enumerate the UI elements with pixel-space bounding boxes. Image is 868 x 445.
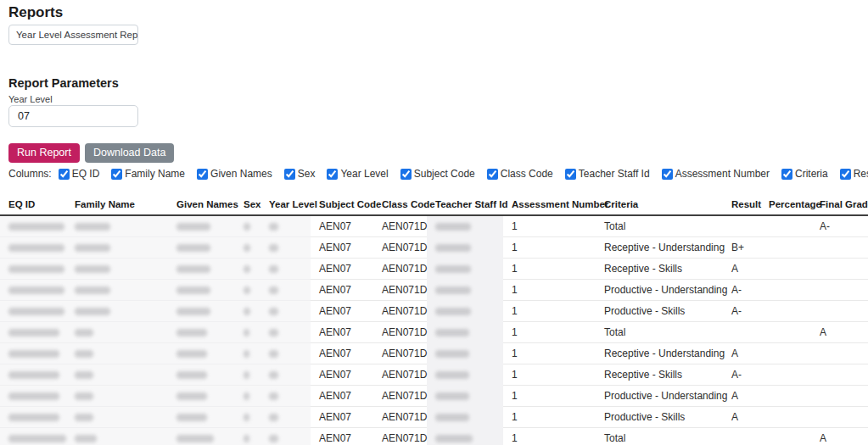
column-checkbox-sex[interactable] [284,169,295,180]
report-parameters-heading: Report Parameters [8,76,119,90]
column-checkbox-teacher-staff-id[interactable] [565,169,576,180]
column-option-eq-id[interactable]: EQ ID [59,168,100,180]
cell-criteria: Productive - Skills [596,406,723,427]
cell-assessment-number: 1 [503,236,596,258]
column-option-subject-code[interactable]: Subject Code [400,168,475,180]
cell-percentage [760,321,811,342]
cell-sex [235,321,260,342]
cell-subject-code: AEN07 [311,215,373,236]
cell-final-grade [811,236,868,258]
column-option-year-level[interactable]: Year Level [327,168,388,180]
redacted-value [244,329,249,337]
cell-class-code: AEN071D [373,406,427,427]
redacted-value [75,371,93,379]
cell-teacher-staff-id [427,300,503,321]
column-option-teacher-staff-id[interactable]: Teacher Staff Id [565,168,650,180]
cell-eq-id [0,427,66,445]
column-checkbox-family-name[interactable] [111,169,122,180]
redacted-value [244,308,250,315]
column-header-subject-code: Subject Code [311,193,373,215]
cell-given-names [168,427,235,445]
run-report-button[interactable]: Run Report [8,143,80,163]
cell-eq-id [0,342,66,364]
column-checkbox-assessment-number[interactable] [662,169,673,180]
redacted-value [435,392,469,400]
cell-percentage [760,215,811,236]
redacted-value [8,392,59,400]
redacted-value [176,435,214,442]
column-option-result[interactable]: Result [840,168,868,180]
cell-given-names [168,258,235,279]
column-option-label: Subject Code [414,168,475,180]
cell-eq-id [0,321,66,342]
cell-teacher-staff-id [427,427,503,445]
cell-sex [235,406,260,427]
column-header-sex: Sex [235,193,260,215]
year-level-input[interactable] [8,105,138,127]
column-option-sex[interactable]: Sex [284,168,316,180]
redacted-value [435,265,471,273]
column-option-label: Teacher Staff Id [579,168,650,180]
cell-eq-id [0,236,66,258]
cell-percentage [760,279,811,300]
column-checkbox-year-level[interactable] [327,169,338,180]
column-checkbox-result[interactable] [840,169,851,180]
cell-subject-code: AEN07 [311,342,373,364]
column-checkbox-eq-id[interactable] [59,169,70,180]
cell-percentage [760,385,811,406]
column-option-criteria[interactable]: Criteria [781,168,828,180]
cell-result [723,215,760,236]
column-option-assessment-number[interactable]: Assessment Number [662,168,770,180]
cell-final-grade: A [811,427,868,445]
cell-final-grade [811,385,868,406]
column-header-class-code: Class Code [373,193,427,215]
column-header-criteria: Criteria [596,193,723,215]
cell-subject-code: AEN07 [311,279,373,300]
cell-result: A [723,258,760,279]
column-checkbox-given-names[interactable] [197,169,208,180]
cell-eq-id [0,300,66,321]
reports-page: Reports Year Level Assessment Repor Repo… [0,0,868,445]
table-row: AEN07AEN071D1TotalA [0,321,868,342]
table-header-row: EQ IDFamily NameGiven NamesSexYear Level… [0,193,868,215]
table-row: AEN07AEN071D1Receptive - UnderstandingB+ [0,236,868,258]
redacted-value [8,223,64,231]
column-checkbox-criteria[interactable] [781,169,792,180]
redacted-value [75,435,97,442]
table-row: AEN07AEN071D1Productive - SkillsA [0,406,868,427]
cell-teacher-staff-id [427,321,503,342]
cell-year-level [260,258,311,279]
cell-result [723,427,760,445]
redacted-value [269,350,278,358]
redacted-value [176,329,207,337]
column-option-given-names[interactable]: Given Names [197,168,272,180]
cell-sex [235,300,260,321]
column-option-class-code[interactable]: Class Code [487,168,553,180]
table-row: AEN07AEN071D1Productive - UnderstandingA [0,385,868,406]
cell-criteria: Receptive - Understanding [596,236,723,258]
year-level-label: Year Level [8,94,53,104]
cell-family-name [66,279,168,300]
column-option-family-name[interactable]: Family Name [111,168,185,180]
redacted-value [75,308,110,315]
download-data-button[interactable]: Download Data [85,143,174,163]
column-option-label: Sex [298,168,316,180]
redacted-value [244,392,249,400]
assessment-report-table: EQ IDFamily NameGiven NamesSexYear Level… [0,193,868,445]
column-checkbox-subject-code[interactable] [400,169,412,180]
redacted-value [176,350,207,358]
redacted-value [244,286,250,294]
column-checkbox-class-code[interactable] [487,169,498,180]
cell-given-names [168,406,235,427]
column-option-label: Result [854,168,868,180]
columns-bar-label: Columns: [8,168,52,180]
redacted-value [8,350,59,358]
cell-sex [235,427,260,445]
redacted-value [75,350,93,358]
cell-result: A- [723,364,760,385]
cell-subject-code: AEN07 [311,385,373,406]
cell-subject-code: AEN07 [311,300,373,321]
report-type-select[interactable]: Year Level Assessment Repor [8,25,138,45]
cell-final-grade [811,300,868,321]
cell-result: B+ [723,236,760,258]
